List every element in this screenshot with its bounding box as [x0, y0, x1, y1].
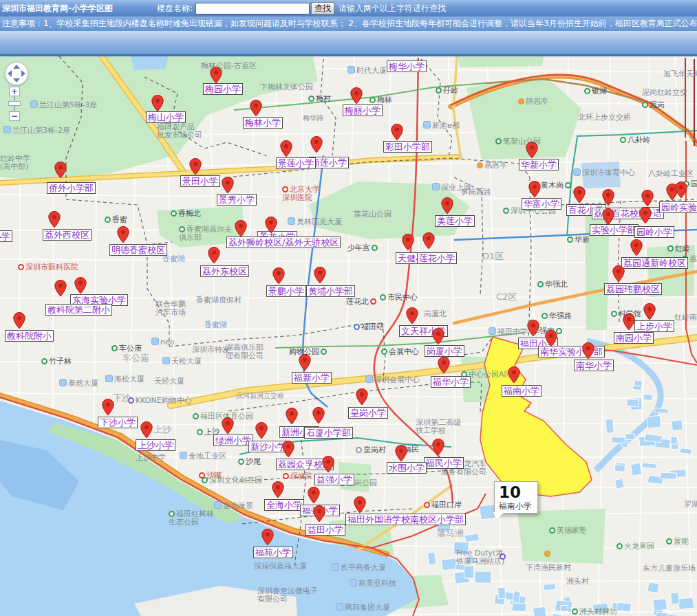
- school-pin-icon[interactable]: [117, 226, 129, 243]
- school-zone-label[interactable]: 荔外西校区: [43, 229, 92, 241]
- school-zone-label[interactable]: 南华实验小学部: [538, 346, 605, 358]
- school-zone-label[interactable]: 园岭实验: [659, 201, 697, 213]
- school-zone-label[interactable]: 梅丽小学: [343, 104, 383, 116]
- school-zone-label[interactable]: 教科院第二附小: [45, 304, 112, 316]
- school-pin-icon[interactable]: [438, 357, 450, 374]
- school-zone-label[interactable]: 水围小学: [387, 462, 427, 474]
- school-zone-label[interactable]: 景莲小学: [276, 157, 316, 169]
- school-zone-label[interactable]: 景秀小学: [217, 194, 257, 206]
- search-button[interactable]: 查找: [311, 2, 334, 14]
- school-pin-icon[interactable]: [313, 505, 325, 522]
- school-pin-icon[interactable]: [13, 312, 25, 329]
- school-pin-icon[interactable]: [402, 234, 414, 251]
- school-pin-icon[interactable]: [189, 158, 202, 175]
- school-pin-icon[interactable]: [630, 239, 643, 256]
- school-zone-label[interactable]: 实验小学部: [590, 224, 639, 236]
- school-zone-label[interactable]: 荔园通新岭校区: [621, 257, 688, 269]
- school-zone-label[interactable]: 美莲小学: [435, 215, 475, 227]
- school-pin-icon[interactable]: [74, 277, 87, 294]
- school-pin-icon[interactable]: [582, 342, 594, 360]
- school-zone-label[interactable]: 教科院附小: [5, 330, 54, 342]
- school-pin-icon[interactable]: [314, 267, 326, 284]
- school-zone-label[interactable]: 小学: [0, 230, 12, 242]
- pan-right-arrow-icon[interactable]: [21, 70, 25, 77]
- school-pin-icon[interactable]: [612, 265, 625, 283]
- pan-left-arrow-icon[interactable]: [8, 70, 12, 77]
- map-canvas[interactable]: 梅村梅林孖岭银湖泥岗八卦岭园岭黄木岗香梅北香蜜红岭华新少年宫莲花北市民中心华强北…: [0, 0, 697, 616]
- school-pin-icon[interactable]: [641, 190, 654, 207]
- school-pin-icon[interactable]: [432, 439, 444, 456]
- school-zone-label[interactable]: 梅林小学: [243, 117, 283, 129]
- school-pin-icon[interactable]: [299, 354, 311, 371]
- school-pin-icon[interactable]: [48, 211, 61, 228]
- school-zone-label[interactable]: 益强小学: [314, 474, 354, 485]
- school-pin-icon[interactable]: [102, 399, 114, 416]
- school-zone-label[interactable]: 绿洲小学: [213, 434, 253, 446]
- pan-down-arrow-icon[interactable]: [13, 78, 20, 82]
- school-pin-icon[interactable]: [250, 100, 262, 117]
- school-pin-icon[interactable]: [526, 142, 538, 159]
- school-pin-icon[interactable]: [255, 422, 268, 439]
- school-zone-label[interactable]: 福田外国语学校南校区小学部: [345, 514, 466, 525]
- school-pin-icon[interactable]: [54, 280, 67, 297]
- school-pin-icon[interactable]: [508, 366, 520, 384]
- school-zone-label[interactable]: 梅山小学: [146, 111, 186, 123]
- school-pin-icon[interactable]: [235, 220, 247, 237]
- school-zone-label[interactable]: 园岭小学: [634, 226, 674, 238]
- school-zone-label[interactable]: 荔外东校区: [200, 265, 249, 277]
- school-pin-icon[interactable]: [545, 330, 557, 347]
- school-pin-icon[interactable]: [210, 67, 222, 84]
- school-pin-icon[interactable]: [573, 186, 586, 204]
- school-pin-icon[interactable]: [140, 421, 153, 439]
- school-zone-label[interactable]: 石厦小学部: [304, 427, 353, 439]
- school-pin-icon[interactable]: [406, 307, 418, 324]
- school-pin-icon[interactable]: [432, 328, 444, 345]
- zoom-slider-track[interactable]: [9, 96, 20, 111]
- school-zone-label[interactable]: 下沙小学: [98, 417, 138, 428]
- school-zone-label[interactable]: 黄埔小学部: [306, 285, 355, 297]
- school-zone-label[interactable]: 梅园小学: [203, 83, 243, 95]
- school-zone-label[interactable]: 南园小学: [614, 332, 654, 344]
- school-zone-label[interactable]: 景鹏小学: [266, 285, 306, 297]
- school-pin-icon[interactable]: [528, 181, 541, 198]
- school-pin-icon[interactable]: [308, 487, 320, 504]
- school-pin-icon[interactable]: [350, 87, 363, 104]
- school-zone-label[interactable]: 福南小学: [502, 385, 541, 397]
- school-pin-icon[interactable]: [639, 207, 652, 224]
- school-zone-label[interactable]: 莲花小学: [417, 252, 457, 264]
- school-pin-icon[interactable]: [602, 208, 614, 226]
- school-pin-icon[interactable]: [265, 217, 277, 234]
- school-zone-label[interactable]: 全海小学: [264, 499, 304, 511]
- school-pin-icon[interactable]: [527, 320, 539, 337]
- school-zone-label[interactable]: 福新小学: [292, 372, 332, 384]
- school-zone-label[interactable]: 荔园玮鹏校区: [604, 283, 662, 295]
- school-pin-icon[interactable]: [54, 162, 67, 179]
- school-zone-label[interactable]: 景田小学: [180, 175, 220, 187]
- school-pin-icon[interactable]: [395, 445, 407, 462]
- school-pin-icon[interactable]: [356, 388, 368, 406]
- school-pin-icon[interactable]: [286, 408, 298, 425]
- school-pin-icon[interactable]: [282, 441, 294, 458]
- pan-up-arrow-icon[interactable]: [13, 65, 20, 69]
- school-pin-icon[interactable]: [222, 417, 234, 434]
- school-zone-label[interactable]: 彩田小学部: [383, 141, 432, 153]
- school-pin-icon[interactable]: [208, 247, 220, 264]
- school-zone-label[interactable]: 华新小学: [519, 159, 559, 170]
- map-pan-control[interactable]: [5, 62, 28, 85]
- school-zone-label[interactable]: 梅华小学: [387, 60, 427, 72]
- school-pin-icon[interactable]: [310, 136, 323, 153]
- school-zone-label[interactable]: 福民小学: [424, 457, 464, 469]
- school-pin-icon[interactable]: [602, 189, 614, 206]
- school-zone-label[interactable]: 南华小学: [574, 360, 614, 371]
- school-pin-icon[interactable]: [272, 481, 284, 498]
- school-pin-icon[interactable]: [272, 267, 285, 285]
- school-pin-icon[interactable]: [354, 496, 366, 514]
- school-zone-label[interactable]: 上步小学: [634, 320, 674, 332]
- school-zone-label[interactable]: 皇岗小学: [348, 407, 388, 419]
- school-pin-icon[interactable]: [675, 182, 687, 199]
- school-pin-icon[interactable]: [312, 407, 325, 424]
- school-zone-label[interactable]: 福苑小学: [253, 547, 293, 558]
- school-pin-icon[interactable]: [422, 232, 435, 250]
- school-pin-icon[interactable]: [391, 124, 403, 141]
- zoom-slider-handle[interactable]: [8, 101, 21, 106]
